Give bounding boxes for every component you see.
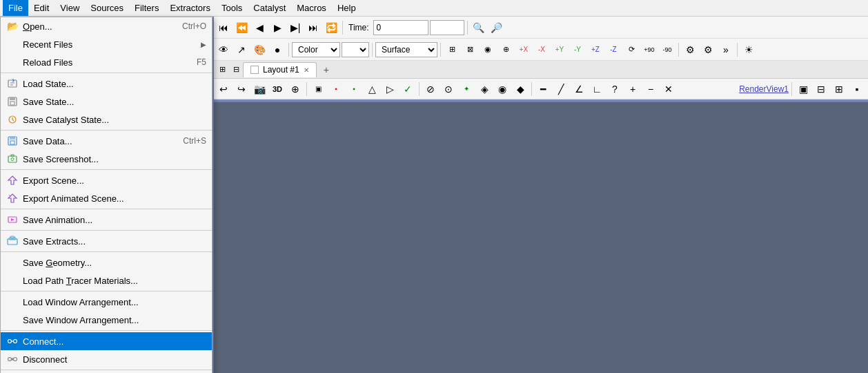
orient-btn-1[interactable]: ⊞: [444, 41, 460, 58]
tab-add-btn[interactable]: +: [319, 63, 333, 77]
eye-btn[interactable]: 👁: [215, 41, 232, 58]
tab-icon-2[interactable]: ⊟: [229, 63, 243, 77]
render-layout2-btn[interactable]: ⊟: [813, 81, 829, 97]
axis-y-btn[interactable]: +Y: [551, 41, 568, 58]
axis-x-btn[interactable]: +X: [515, 41, 532, 58]
render-select1-btn[interactable]: ▣: [310, 81, 326, 97]
render-select6-btn[interactable]: ✓: [400, 81, 416, 97]
render-select4-btn[interactable]: △: [364, 81, 380, 97]
layout-tab-1[interactable]: Layout #1 ✕: [243, 62, 317, 77]
menu-file[interactable]: File: [3, 0, 28, 16]
palette-btn[interactable]: 🎨: [251, 41, 268, 58]
settings-btn[interactable]: ⚙: [700, 41, 716, 58]
render-pt4-btn[interactable]: ◈: [476, 81, 493, 97]
axis-neg-y-btn[interactable]: -Y: [569, 41, 586, 58]
chevron-btn[interactable]: »: [718, 41, 734, 58]
render-pt2-btn[interactable]: ⊙: [440, 81, 457, 97]
color-select[interactable]: Color: [292, 42, 340, 57]
render-select2-btn[interactable]: ▪: [328, 81, 344, 97]
axis-neg-z-btn[interactable]: -Z: [605, 41, 622, 58]
render-camera-btn[interactable]: 📷: [251, 81, 268, 97]
render-view-label[interactable]: RenderView1: [739, 84, 789, 94]
nav-loop-btn[interactable]: 🔁: [323, 19, 339, 36]
nav-prev-key-btn[interactable]: ⏪: [233, 19, 250, 36]
render-reset-btn[interactable]: ⊕: [287, 81, 304, 97]
menu-item-open[interactable]: 📂 Open... Ctrl+O: [1, 17, 212, 35]
render-select5-btn[interactable]: ▷: [382, 81, 398, 97]
orient-btn-4[interactable]: ⊕: [497, 41, 514, 58]
render-select3-btn[interactable]: ▪: [346, 81, 362, 97]
render-pt1-btn[interactable]: ⊘: [422, 81, 439, 97]
separator-6: [1, 251, 212, 252]
render-redo-btn[interactable]: ↪: [233, 81, 250, 97]
axis-neg-x-btn[interactable]: -X: [533, 41, 550, 58]
render-undo-btn[interactable]: ↩: [215, 81, 232, 97]
menu-extractors[interactable]: Extractors: [164, 0, 216, 16]
reset-cam-btn[interactable]: ⟳: [623, 41, 640, 58]
menu-item-save-window-arrangement[interactable]: Save Window Arrangement...: [1, 311, 212, 329]
render-layout4-btn[interactable]: ▪: [849, 81, 865, 97]
nav-play-btn[interactable]: ▶: [269, 19, 286, 36]
menu-item-disconnect[interactable]: Disconnect: [1, 350, 212, 368]
tab-icon-1[interactable]: ⊞: [215, 63, 229, 77]
render-angle1-btn[interactable]: ∠: [571, 81, 587, 97]
menu-item-reload-files[interactable]: Reload Files F5: [1, 53, 212, 71]
render-angle2-btn[interactable]: ∟: [589, 81, 605, 97]
menu-item-connect[interactable]: Connect...: [1, 332, 212, 350]
menu-view[interactable]: View: [55, 0, 85, 16]
render-query-btn[interactable]: ?: [606, 81, 623, 97]
menu-item-save-screenshot[interactable]: Save Screenshot...: [1, 150, 212, 168]
render-pt5-btn[interactable]: ◉: [494, 81, 511, 97]
render-layout3-btn[interactable]: ⊞: [831, 81, 847, 97]
render-line2-btn[interactable]: ╱: [553, 81, 569, 97]
color-value-select[interactable]: [342, 42, 369, 57]
render-3d-btn[interactable]: 3D: [269, 81, 286, 97]
nav-start-btn[interactable]: ⏮: [215, 19, 232, 36]
rot-90-btn[interactable]: +90: [641, 41, 658, 58]
render-pt6-btn[interactable]: ◆: [512, 81, 529, 97]
menu-item-save-data[interactable]: Save Data... Ctrl+S: [1, 132, 212, 150]
menu-item-load-state[interactable]: Load State...: [1, 75, 212, 93]
select-btn[interactable]: ↗: [233, 41, 250, 58]
menu-catalyst[interactable]: Catalyst: [248, 0, 291, 16]
nav-end-btn[interactable]: ⏭: [305, 19, 322, 36]
render-close2-btn[interactable]: ✕: [660, 81, 677, 97]
menu-item-save-animation[interactable]: Save Animation...: [1, 211, 212, 229]
menu-tools[interactable]: Tools: [216, 0, 248, 16]
nav-next-btn[interactable]: ▶|: [287, 19, 304, 36]
menu-item-save-extracts[interactable]: Save Extracts...: [1, 232, 212, 250]
time-input[interactable]: [373, 20, 428, 35]
menu-help[interactable]: Help: [332, 0, 362, 16]
menu-edit[interactable]: Edit: [28, 0, 55, 16]
orient-btn-3[interactable]: ◉: [480, 41, 496, 58]
menu-filters[interactable]: Filters: [129, 0, 164, 16]
zoom-btn[interactable]: 🔍: [471, 19, 487, 36]
nav-prev-btn[interactable]: ◀: [251, 19, 268, 36]
zoom-in-btn[interactable]: 🔎: [489, 19, 505, 36]
render-pt3-btn[interactable]: ✦: [458, 81, 475, 97]
menu-macros[interactable]: Macros: [291, 0, 332, 16]
menu-item-save-catalyst-state[interactable]: Save Catalyst State...: [1, 111, 212, 128]
axis-z-btn[interactable]: +Z: [587, 41, 604, 58]
render-plus-btn[interactable]: +: [624, 81, 641, 97]
surface-select[interactable]: Surface: [375, 42, 437, 57]
menu-item-save-state[interactable]: Save State...: [1, 93, 212, 111]
save-screenshot-label: Save Screenshot...: [23, 154, 206, 164]
menu-item-save-geometry[interactable]: Save Geometry...: [1, 254, 212, 271]
rot-neg-90-btn[interactable]: -90: [659, 41, 675, 58]
menu-item-load-path-tracer[interactable]: Load Path Tracer Materials...: [1, 271, 212, 289]
time-end-input[interactable]: [430, 20, 464, 35]
menu-item-export-scene[interactable]: Export Scene...: [1, 171, 212, 189]
color-dot-btn[interactable]: ●: [269, 41, 286, 58]
render-minus-btn[interactable]: −: [642, 81, 659, 97]
menu-item-export-animated-scene[interactable]: Export Animated Scene...: [1, 189, 212, 207]
tab-close-btn[interactable]: ✕: [304, 66, 309, 74]
orient-btn-2[interactable]: ⊠: [462, 41, 478, 58]
interact-btn[interactable]: ⚙: [682, 41, 698, 58]
render-line1-btn[interactable]: ━: [535, 81, 551, 97]
sun-btn[interactable]: ☀: [740, 41, 757, 58]
render-layout1-btn[interactable]: ▣: [795, 81, 811, 97]
menu-item-load-window-arrangement[interactable]: Load Window Arrangement...: [1, 293, 212, 311]
menu-sources[interactable]: Sources: [85, 0, 129, 16]
menu-item-recent-files[interactable]: Recent Files ▶: [1, 35, 212, 53]
